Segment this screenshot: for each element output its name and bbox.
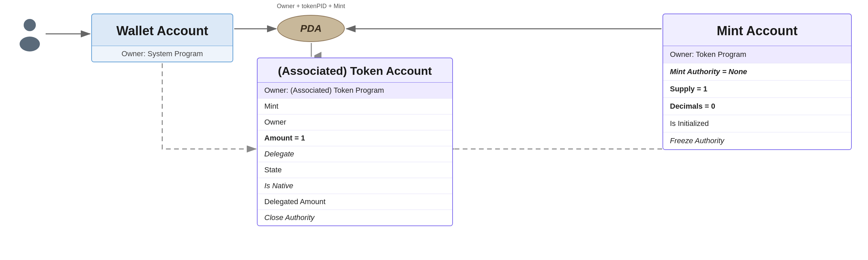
- pda-label: PDA: [300, 23, 321, 34]
- token-field-delegate: Delegate: [258, 146, 452, 162]
- token-field-amount: Amount = 1: [258, 130, 452, 146]
- token-field-owner-program: Owner: (Associated) Token Program: [258, 83, 452, 99]
- mint-field-decimals: Decimals = 0: [663, 98, 851, 115]
- mint-field-is-initialized: Is Initialized: [663, 115, 851, 132]
- token-field-is-native: Is Native: [258, 178, 452, 194]
- svg-point-11: [24, 19, 36, 31]
- mint-account-title: Mint Account: [663, 14, 851, 46]
- mint-account-box: Mint Account Owner: Token Program Mint A…: [662, 14, 852, 150]
- wallet-account-box: Wallet Account Owner: System Program: [91, 14, 233, 62]
- mint-field-freeze-authority: Freeze Authority: [663, 132, 851, 149]
- token-account-title: (Associated) Token Account: [258, 58, 452, 82]
- svg-point-12: [20, 37, 40, 51]
- mint-field-supply: Supply = 1: [663, 81, 851, 98]
- token-field-delegated-amount: Delegated Amount: [258, 194, 452, 210]
- pda-ellipse: PDA: [277, 15, 345, 42]
- token-field-mint: Mint: [258, 99, 452, 114]
- diagram-container: Wallet Account Owner: System Program Own…: [0, 0, 868, 260]
- mint-field-mint-authority: Mint Authority = None: [663, 63, 851, 81]
- mint-account-fields: Owner: Token Program Mint Authority = No…: [663, 46, 851, 149]
- mint-field-owner: Owner: Token Program: [663, 46, 851, 63]
- person-icon: [16, 18, 43, 51]
- wallet-account-title: Wallet Account: [92, 14, 233, 46]
- token-account-fields: Owner: (Associated) Token Program Mint O…: [258, 82, 452, 225]
- wallet-account-subtitle: Owner: System Program: [92, 46, 233, 62]
- token-field-close-authority: Close Authority: [258, 210, 452, 225]
- token-field-state: State: [258, 162, 452, 178]
- token-field-owner: Owner: [258, 114, 452, 130]
- token-account-box: (Associated) Token Account Owner: (Assoc…: [257, 58, 453, 226]
- pda-top-label: Owner + tokenPID + Mint: [260, 3, 362, 10]
